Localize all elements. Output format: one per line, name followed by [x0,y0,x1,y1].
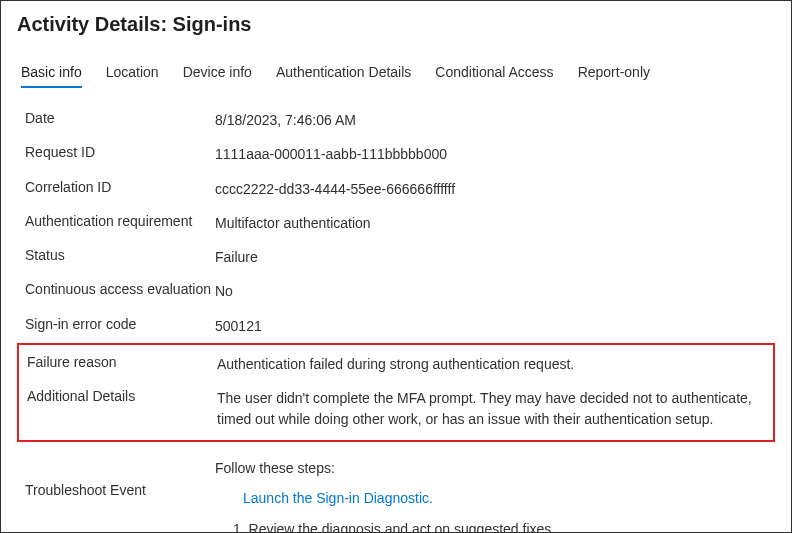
value-failure-reason: Authentication failed during strong auth… [217,354,773,374]
row-request-id: Request ID 1111aaa-000011-aabb-111bbbbb0… [25,137,775,171]
label-troubleshoot: Troubleshoot Event [25,458,215,498]
label-auth-requirement: Authentication requirement [25,213,215,229]
value-additional-details: The user didn't complete the MFA prompt.… [217,388,773,429]
tab-location[interactable]: Location [106,64,159,88]
highlighted-failure-section: Failure reason Authentication failed dur… [17,343,775,442]
tab-authentication-details[interactable]: Authentication Details [276,64,411,88]
row-troubleshoot: Troubleshoot Event Follow these steps: L… [25,442,775,533]
troubleshoot-step-1: 1. Review the diagnosis and act on sugge… [215,519,775,533]
label-date: Date [25,110,215,126]
tab-device-info[interactable]: Device info [183,64,252,88]
page-title: Activity Details: Sign-ins [17,13,775,36]
value-status: Failure [215,247,775,267]
row-status: Status Failure [25,240,775,274]
tabs: Basic info Location Device info Authenti… [17,64,775,89]
label-failure-reason: Failure reason [27,354,217,370]
row-failure-reason: Failure reason Authentication failed dur… [27,347,773,381]
label-continuous-access-eval: Continuous access evaluation [25,281,215,297]
label-status: Status [25,247,215,263]
row-date: Date 8/18/2023, 7:46:06 AM [25,103,775,137]
value-date: 8/18/2023, 7:46:06 AM [215,110,775,130]
row-auth-requirement: Authentication requirement Multifactor a… [25,206,775,240]
launch-signin-diagnostic-link[interactable]: Launch the Sign-in Diagnostic. [215,488,775,508]
label-request-id: Request ID [25,144,215,160]
value-continuous-access-eval: No [215,281,775,301]
label-correlation-id: Correlation ID [25,179,215,195]
troubleshoot-intro: Follow these steps: [215,458,775,478]
basic-info-panel: Date 8/18/2023, 7:46:06 AM Request ID 11… [17,103,775,533]
row-signin-error-code: Sign-in error code 500121 [25,309,775,343]
tab-basic-info[interactable]: Basic info [21,64,82,88]
row-additional-details: Additional Details The user didn't compl… [27,381,773,436]
value-request-id: 1111aaa-000011-aabb-111bbbbb000 [215,144,775,164]
label-signin-error-code: Sign-in error code [25,316,215,332]
value-correlation-id: cccc2222-dd33-4444-55ee-666666ffffff [215,179,775,199]
value-troubleshoot: Follow these steps: Launch the Sign-in D… [215,458,775,533]
label-additional-details: Additional Details [27,388,217,404]
row-correlation-id: Correlation ID cccc2222-dd33-4444-55ee-6… [25,172,775,206]
row-continuous-access-eval: Continuous access evaluation No [25,274,775,308]
tab-report-only[interactable]: Report-only [578,64,650,88]
value-auth-requirement: Multifactor authentication [215,213,775,233]
tab-conditional-access[interactable]: Conditional Access [435,64,553,88]
value-signin-error-code: 500121 [215,316,775,336]
